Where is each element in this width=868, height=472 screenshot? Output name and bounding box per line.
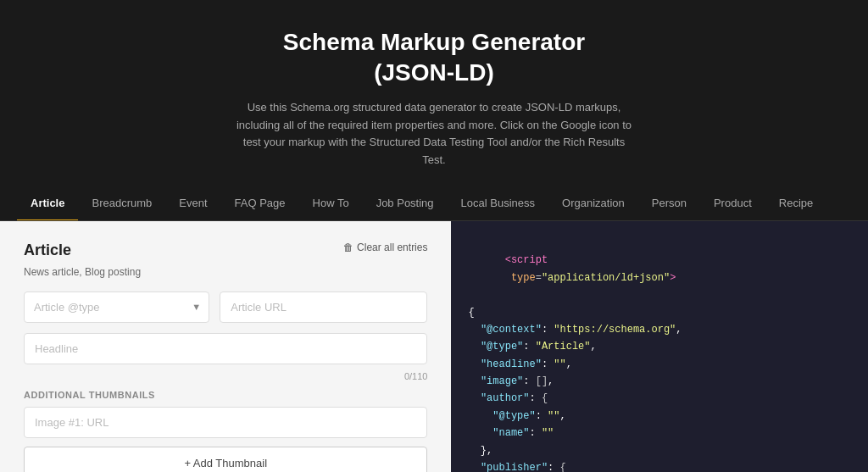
nav-tabs: ArticleBreadcrumbEventFAQ PageHow ToJob … <box>0 186 868 221</box>
code-line: "image": [], <box>468 373 851 390</box>
thumbnails-section-label: ADDITIONAL THUMBNAILS <box>24 390 427 400</box>
tab-faq-page[interactable]: FAQ Page <box>221 186 299 221</box>
tab-person[interactable]: Person <box>638 186 700 221</box>
clear-all-label: Clear all entries <box>357 242 427 253</box>
tab-event[interactable]: Event <box>165 186 220 221</box>
form-row-type-url: Article NewsArticle BlogPosting ▼ Articl… <box>24 292 427 323</box>
code-line: "headline": "", <box>468 356 851 373</box>
form-subtitle: News article, Blog posting <box>24 266 427 278</box>
code-panel: <script type="application/ld+json"> { "@… <box>451 221 868 472</box>
tab-recipe[interactable]: Recipe <box>765 186 826 221</box>
page-description: Use this Schema.org structured data gene… <box>231 99 637 169</box>
article-url-input[interactable] <box>220 292 427 323</box>
clear-all-button[interactable]: 🗑 Clear all entries <box>343 242 427 253</box>
code-line: { <box>468 304 851 321</box>
article-type-select-wrap: Article NewsArticle BlogPosting ▼ Articl… <box>24 292 209 323</box>
tab-organization[interactable]: Organization <box>548 186 638 221</box>
tab-article[interactable]: Article <box>17 186 78 221</box>
code-body: { "@context": "https://schema.org", "@ty… <box>468 304 851 472</box>
tab-how-to[interactable]: How To <box>299 186 363 221</box>
add-thumbnail-button[interactable]: + Add Thumbnail <box>24 447 427 472</box>
tab-product[interactable]: Product <box>700 186 765 221</box>
headline-input[interactable] <box>24 333 427 364</box>
page-header: Schema Markup Generator (JSON-LD) Use th… <box>0 0 868 186</box>
code-line: "author": { <box>468 390 851 407</box>
code-line: "@type": "", <box>468 408 851 425</box>
char-count: 0/110 <box>24 371 427 381</box>
form-title: Article <box>24 242 71 259</box>
code-line: "@context": "https://schema.org", <box>468 321 851 338</box>
code-line: "publisher": { <box>468 459 851 472</box>
trash-icon: 🗑 <box>343 242 353 253</box>
code-line: "@type": "Article", <box>468 338 851 355</box>
form-panel: Article 🗑 Clear all entries News article… <box>0 221 451 472</box>
page-title: Schema Markup Generator (JSON-LD) <box>17 27 851 89</box>
tab-breadcrumb[interactable]: Breadcrumb <box>78 186 165 221</box>
code-line: }, <box>468 442 851 459</box>
main-content: Article 🗑 Clear all entries News article… <box>0 221 868 472</box>
tab-job-posting[interactable]: Job Posting <box>363 186 448 221</box>
tab-local-business[interactable]: Local Business <box>448 186 548 221</box>
article-type-select[interactable]: Article NewsArticle BlogPosting <box>24 292 209 323</box>
image-url-input[interactable] <box>24 407 427 438</box>
code-line: "name": "" <box>468 425 851 441</box>
code-script-open: <script type="application/ld+json"> <box>468 235 851 304</box>
